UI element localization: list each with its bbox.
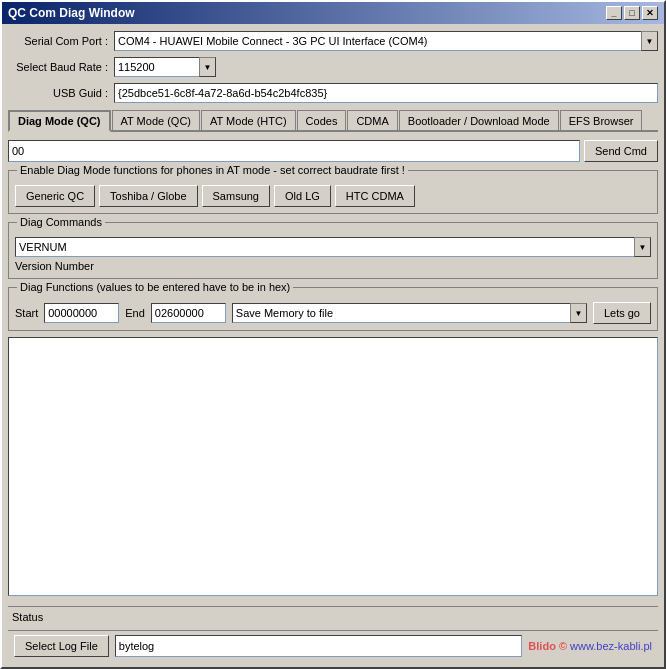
baud-rate-combo: ▼ xyxy=(114,57,234,77)
enable-diag-group-title: Enable Diag Mode functions for phones in… xyxy=(17,164,408,176)
select-log-button[interactable]: Select Log File xyxy=(14,635,109,657)
tab-diag-mode-qc[interactable]: Diag Mode (QC) xyxy=(8,110,111,132)
diag-command-arrow[interactable]: ▼ xyxy=(634,237,651,257)
watermark-blido: Blido © xyxy=(528,640,567,652)
lets-go-button[interactable]: Lets go xyxy=(593,302,651,324)
end-label: End xyxy=(125,307,145,319)
usb-guid-label: USB Guid : xyxy=(8,87,108,99)
old-lg-button[interactable]: Old LG xyxy=(274,185,331,207)
content-area: Send Cmd Enable Diag Mode functions for … xyxy=(8,136,658,602)
samsung-button[interactable]: Samsung xyxy=(202,185,270,207)
tabs-container: Diag Mode (QC) AT Mode (QC) AT Mode (HTC… xyxy=(8,110,658,132)
send-cmd-button[interactable]: Send Cmd xyxy=(584,140,658,162)
cmd-row: Send Cmd xyxy=(8,140,658,162)
diag-functions-group: Diag Functions (values to be entered hav… xyxy=(8,287,658,331)
serial-com-port-combo: ▼ xyxy=(114,31,658,51)
diag-combo-row: ▼ xyxy=(15,237,651,257)
diag-command-description: Version Number xyxy=(15,260,651,272)
diag-func-row: Start End ▼ Lets go xyxy=(15,302,651,324)
diag-mode-buttons: Generic QC Toshiba / Globe Samsung Old L… xyxy=(15,185,651,207)
serial-com-port-arrow[interactable]: ▼ xyxy=(641,31,658,51)
tab-at-mode-htc[interactable]: AT Mode (HTC) xyxy=(201,110,296,130)
status-bar: Status xyxy=(8,606,658,626)
baud-rate-arrow[interactable]: ▼ xyxy=(199,57,216,77)
save-memory-arrow[interactable]: ▼ xyxy=(570,303,587,323)
usb-guid-row: USB Guid : xyxy=(8,82,658,104)
tab-efs-browser[interactable]: EFS Browser xyxy=(560,110,643,130)
baud-rate-label: Select Baud Rate : xyxy=(8,61,108,73)
baud-rate-input[interactable] xyxy=(114,57,199,77)
output-area xyxy=(8,337,658,596)
diag-commands-title: Diag Commands xyxy=(17,216,105,228)
title-bar-buttons: _ □ ✕ xyxy=(606,6,658,20)
watermark-site: www.bez-kabli.pl xyxy=(570,640,652,652)
tab-cdma[interactable]: CDMA xyxy=(347,110,397,130)
cmd-input[interactable] xyxy=(8,140,580,162)
baud-rate-row: Select Baud Rate : ▼ xyxy=(8,56,658,78)
tab-bootloader[interactable]: Bootloader / Download Mode xyxy=(399,110,559,130)
diag-functions-title: Diag Functions (values to be entered hav… xyxy=(17,281,293,293)
window-body: Serial Com Port : ▼ Select Baud Rate : ▼… xyxy=(2,24,664,667)
diag-cmd-content: ▼ Version Number xyxy=(15,237,651,272)
serial-com-port-row: Serial Com Port : ▼ xyxy=(8,30,658,52)
serial-com-port-label: Serial Com Port : xyxy=(8,35,108,47)
generic-qc-button[interactable]: Generic QC xyxy=(15,185,95,207)
bottom-bar: Select Log File Blido © www.bez-kabli.pl xyxy=(8,630,658,661)
end-input[interactable] xyxy=(151,303,226,323)
save-memory-combo: ▼ xyxy=(232,303,587,323)
enable-diag-group: Enable Diag Mode functions for phones in… xyxy=(8,170,658,214)
window-title: QC Com Diag Window xyxy=(8,6,135,20)
start-input[interactable] xyxy=(44,303,119,323)
tab-codes[interactable]: Codes xyxy=(297,110,347,130)
serial-com-port-input[interactable] xyxy=(114,31,641,51)
start-label: Start xyxy=(15,307,38,319)
save-memory-input[interactable] xyxy=(232,303,570,323)
tab-at-mode-qc[interactable]: AT Mode (QC) xyxy=(112,110,201,130)
toshiba-globe-button[interactable]: Toshiba / Globe xyxy=(99,185,197,207)
close-button[interactable]: ✕ xyxy=(642,6,658,20)
status-label: Status xyxy=(12,611,43,623)
title-bar: QC Com Diag Window _ □ ✕ xyxy=(2,2,664,24)
usb-guid-input[interactable] xyxy=(114,83,658,103)
htc-cdma-button[interactable]: HTC CDMA xyxy=(335,185,415,207)
main-window: QC Com Diag Window _ □ ✕ Serial Com Port… xyxy=(0,0,666,669)
diag-commands-group: Diag Commands ▼ Version Number xyxy=(8,222,658,279)
diag-command-input[interactable] xyxy=(15,237,634,257)
log-input[interactable] xyxy=(115,635,523,657)
maximize-button[interactable]: □ xyxy=(624,6,640,20)
minimize-button[interactable]: _ xyxy=(606,6,622,20)
